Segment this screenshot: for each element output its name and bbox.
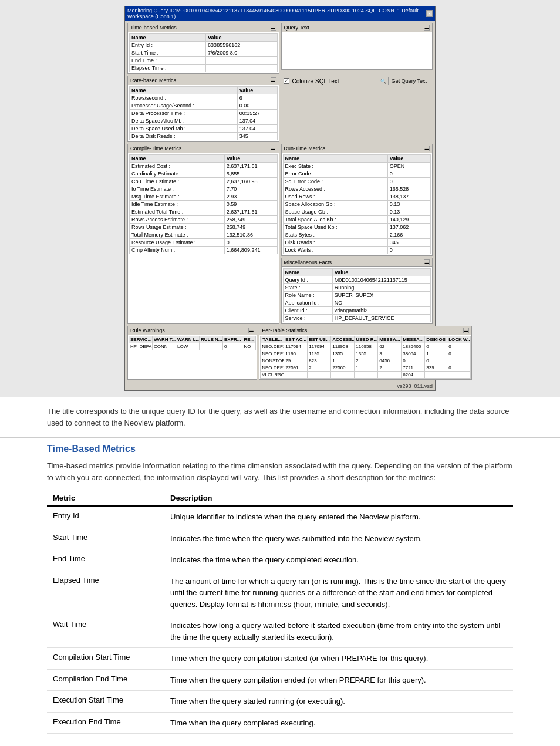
rate-based-panel: Rate-based Metrics ▬ Name Value Rows/sec… (127, 76, 279, 142)
table-row: Application Id :NO (283, 299, 431, 307)
colorize-checkbox[interactable]: ✓ (284, 78, 289, 84)
colorize-area: ✓ Colorize SQL Text 🔍 Get Query Text (281, 76, 433, 142)
colorize-label: Colorize SQL Text (292, 78, 339, 85)
description-cell: Time when the query compilation ended (o… (164, 669, 513, 691)
table-row: Estimated Total Time :2,637,171.61 (130, 208, 278, 216)
screenshot-caption: vs293_011.vsd (125, 382, 435, 390)
metric-cell: Elapsed Time (47, 571, 164, 615)
table-row: NEO.DEF1...11709411709411695811695862188… (261, 343, 471, 350)
metric-cell: Compilation Start Time (47, 648, 164, 670)
table-row: Delta Space Alloc Mb :137.04 (130, 117, 278, 125)
table-row: Execution End TimeTime when the query co… (47, 712, 513, 734)
rate-based-label: Rate-based Metrics (130, 77, 176, 83)
close-button[interactable]: × (426, 10, 433, 17)
time-based-content: Name Value Entry Id : 63385596162 Start … (128, 32, 279, 73)
rule-warnings-content: SERVIC... WARN T... WARN L... RULE N... … (128, 335, 257, 351)
table-row: Cpu Time Estimate :2,637,160.98 (130, 178, 278, 185)
table-row: Estimated Cost :2,637,171.61 (130, 163, 278, 170)
run-time-label: Run-Time Metrics (284, 146, 326, 151)
rule-warnings-label: Rule Warnings (130, 328, 165, 333)
entry-id-value: 63385596162 (206, 42, 277, 49)
metrics-table-container: Metric Description Entry IdUnique identi… (0, 489, 560, 734)
query-text-minimize[interactable]: ▬ (424, 25, 430, 31)
metric-cell: Execution End Time (47, 712, 164, 734)
table-row: Start TimeIndicates the time when the qu… (47, 528, 513, 549)
time-col-value: Value (206, 34, 277, 42)
misc-facts-label: Miscellaneous Facts (284, 259, 332, 265)
description-area: The title corresponds to the unique quer… (0, 397, 560, 434)
query-text-label: Query Text (284, 25, 309, 31)
table-row: Io Time Estimate :7.70 (130, 185, 278, 193)
rule-warnings-title: Rule Warnings ▬ (128, 326, 257, 335)
get-query-text-button[interactable]: Get Query Text (388, 77, 430, 85)
table-row: HP_DEFA... CONN LOW 0 NO (129, 343, 256, 350)
col-metric: Metric (47, 489, 164, 506)
table-row: Total Memory Estimate :132,510.86 (130, 231, 278, 239)
rate-col-value: Value (237, 87, 277, 94)
table-row: Lock Waits :0 (283, 247, 431, 254)
per-table-table: TABLE... EST AC... EST US... ACCESS... U… (260, 336, 471, 379)
run-time-title: Run-Time Metrics ▬ (282, 144, 433, 153)
table-row: Start Time : 7/6/2009 8:0 (130, 49, 278, 57)
table-row: Total Space Used Kb :137,062 (283, 224, 431, 231)
table-row: Idle Time Estimate :0.59 (130, 201, 278, 208)
metric-cell: Execution Start Time (47, 691, 164, 713)
time-based-panel: Time-based Metrics ▬ Name Value (127, 23, 279, 74)
rule-warnings-panel: Rule Warnings ▬ SERVIC... WARN T... WARN… (127, 326, 257, 380)
time-based-minimize[interactable]: ▬ (271, 25, 276, 31)
description-cell: Unique identifier to indicate when the q… (164, 506, 513, 528)
elapsed-time-value (206, 65, 277, 72)
search-icon: 🔍 (380, 79, 386, 84)
table-row: Query Id :M0D010010406542121137115 (283, 276, 431, 284)
end-time-value (206, 57, 277, 65)
metric-cell: Entry Id (47, 506, 164, 528)
run-time-panel: Run-Time Metrics ▬ Name Value Exec State… (281, 144, 433, 256)
table-row: Service :HP_DEFAULT_SERVICE (283, 315, 431, 322)
table-row: Cmp Affinity Num :1,664,809,241 (130, 247, 278, 254)
colorize-bar: ✓ Colorize SQL Text 🔍 Get Query Text (281, 76, 433, 86)
compile-time-panel: Compile-Time Metrics ▬ Name Value Estima… (127, 144, 279, 324)
table-row: Compilation End TimeTime when the query … (47, 669, 513, 691)
time-based-heading: Time-Based Metrics (0, 437, 560, 457)
rate-col-name: Name (130, 87, 238, 94)
misc-facts-minimize[interactable]: ▬ (424, 259, 430, 265)
page-footer: Configuring Neoview WMS Services and Rul… (0, 740, 560, 746)
per-table-minimize[interactable]: ▬ (463, 328, 469, 333)
entry-id-label: Entry Id : (130, 42, 206, 49)
compile-time-label: Compile-Time Metrics (130, 146, 181, 151)
metric-cell: Start Time (47, 528, 164, 549)
description-cell: Indicates the time when the query was su… (164, 528, 513, 549)
description-cell: Indicates the time when the query comple… (164, 549, 513, 571)
rule-warnings-minimize[interactable]: ▬ (248, 328, 254, 333)
table-row: NONSTOP...2982312645600 (261, 357, 471, 364)
monitor-content: Time-based Metrics ▬ Name Value (125, 21, 435, 382)
misc-facts-content: Name Value Query Id :M0D0100104065421211… (282, 267, 433, 323)
description-cell: Time when the query started running (or … (164, 691, 513, 713)
metric-cell: End Time (47, 549, 164, 571)
rule-warnings-table: SERVIC... WARN T... WARN L... RULE N... … (129, 336, 256, 350)
table-row: End Time : (130, 57, 278, 65)
table-row: Sql Error Code :0 (283, 178, 431, 185)
description-cell: The amount of time for which a query ran… (164, 571, 513, 615)
table-row: VLCURSO...6204 (261, 372, 471, 379)
table-row: Msg Time Estimate :2.93 (130, 193, 278, 201)
compile-time-minimize[interactable]: ▬ (271, 146, 276, 151)
table-row: Rows/second :6 (130, 94, 278, 102)
rate-based-minimize[interactable]: ▬ (271, 77, 276, 83)
compile-time-title: Compile-Time Metrics ▬ (128, 144, 279, 153)
table-row: NEO.DEF1...225912225601277213390 (261, 364, 471, 372)
table-row: Disk Reads :345 (283, 239, 431, 247)
table-row: Entry Id : 63385596162 (130, 42, 278, 49)
run-time-minimize[interactable]: ▬ (424, 146, 430, 151)
rate-based-table: Name Value Rows/second :6 Processor Usag… (129, 86, 278, 140)
table-row: Resource Usage Estimate :0 (130, 239, 278, 247)
table-row: Delta Disk Reads :345 (130, 133, 278, 140)
run-time-table: Name Value Exec State :OPEN Error Code :… (283, 154, 431, 254)
table-row: Space Usage Gb :0.13 (283, 208, 431, 216)
misc-facts-title: Miscellaneous Facts ▬ (282, 258, 433, 267)
table-row: Rows Accessed :165,528 (283, 185, 431, 193)
table-row: Rows Usage Estimate :258,749 (130, 224, 278, 231)
rate-based-content: Name Value Rows/second :6 Processor Usag… (128, 85, 279, 141)
table-row: Stats Bytes :2,166 (283, 231, 431, 239)
per-table-label: Per-Table Statistics (262, 328, 307, 333)
